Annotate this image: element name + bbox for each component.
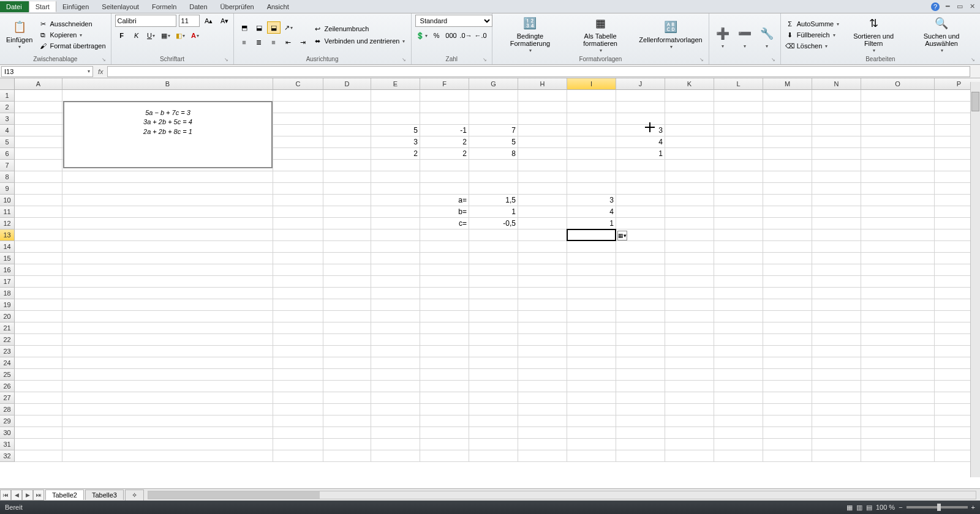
cell-M24[interactable] xyxy=(763,357,812,369)
cell-O16[interactable] xyxy=(861,264,935,276)
cell-F1[interactable] xyxy=(420,90,469,102)
cell-I8[interactable] xyxy=(567,171,616,183)
cell-G30[interactable] xyxy=(469,427,518,439)
cell-F21[interactable] xyxy=(420,322,469,334)
cell-L21[interactable] xyxy=(714,322,763,334)
cell-G2[interactable] xyxy=(469,102,518,113)
cell-I18[interactable] xyxy=(567,288,616,299)
cell-K17[interactable] xyxy=(665,276,714,288)
cell-B24[interactable] xyxy=(62,357,273,369)
cell-L20[interactable] xyxy=(714,311,763,322)
cell-A29[interactable] xyxy=(15,415,62,427)
cell-H3[interactable] xyxy=(518,113,567,125)
column-header-N[interactable]: N xyxy=(812,78,861,90)
cell-L27[interactable] xyxy=(714,392,763,404)
cell-O32[interactable] xyxy=(861,450,935,462)
row-header-7[interactable]: 7 xyxy=(0,160,15,171)
cell-D12[interactable] xyxy=(323,218,371,229)
cell-G29[interactable] xyxy=(469,415,518,427)
row-header-27[interactable]: 27 xyxy=(0,392,15,404)
cell-H12[interactable] xyxy=(518,218,567,229)
cell-L2[interactable] xyxy=(714,102,763,113)
cell-L13[interactable] xyxy=(714,229,763,241)
cell-A14[interactable] xyxy=(15,241,62,253)
cell-O9[interactable] xyxy=(861,183,935,195)
cell-B9[interactable] xyxy=(62,183,273,195)
cell-K19[interactable] xyxy=(665,299,714,311)
cell-B1[interactable] xyxy=(62,90,273,102)
cell-O30[interactable] xyxy=(861,427,935,439)
view-pagebreak-icon[interactable]: ▤ xyxy=(866,504,872,512)
cell-D28[interactable] xyxy=(323,404,371,415)
column-header-E[interactable]: E xyxy=(371,78,420,90)
cell-G26[interactable] xyxy=(469,381,518,392)
cell-K28[interactable] xyxy=(665,404,714,415)
cell-E18[interactable] xyxy=(371,288,420,299)
cell-O28[interactable] xyxy=(861,404,935,415)
cell-J26[interactable] xyxy=(616,381,665,392)
italic-button[interactable]: K xyxy=(130,29,143,42)
cell-G10[interactable]: 1,5 xyxy=(469,195,518,206)
cell-L4[interactable] xyxy=(714,125,763,136)
cell-A22[interactable] xyxy=(15,334,62,346)
cell-G14[interactable] xyxy=(469,241,518,253)
cell-D21[interactable] xyxy=(323,322,371,334)
conditional-formatting-button[interactable]: 🔢Bedingte Formatierung▾ xyxy=(496,15,564,55)
cell-J11[interactable] xyxy=(616,206,665,218)
cell-E31[interactable] xyxy=(371,439,420,450)
cell-L14[interactable] xyxy=(714,241,763,253)
cell-I27[interactable] xyxy=(567,392,616,404)
cell-F28[interactable] xyxy=(420,404,469,415)
cell-F20[interactable] xyxy=(420,311,469,322)
column-header-K[interactable]: K xyxy=(665,78,714,90)
find-select-button[interactable]: 🔍Suchen und Auswählen▾ xyxy=(907,15,976,55)
align-bottom-icon[interactable]: ⬓ xyxy=(267,21,281,34)
row-header-31[interactable]: 31 xyxy=(0,439,15,450)
column-header-D[interactable]: D xyxy=(323,78,371,90)
cell-E16[interactable] xyxy=(371,264,420,276)
tab-data[interactable]: Daten xyxy=(183,1,214,12)
cell-E19[interactable] xyxy=(371,299,420,311)
cell-H15[interactable] xyxy=(518,253,567,264)
fx-icon[interactable]: fx xyxy=(94,68,107,75)
cell-O8[interactable] xyxy=(861,171,935,183)
cell-H30[interactable] xyxy=(518,427,567,439)
cell-L8[interactable] xyxy=(714,171,763,183)
cell-J9[interactable] xyxy=(616,183,665,195)
row-header-6[interactable]: 6 xyxy=(0,148,15,160)
view-normal-icon[interactable]: ▦ xyxy=(846,504,853,512)
cut-button[interactable]: ✂Ausschneiden xyxy=(37,19,107,29)
cell-O10[interactable] xyxy=(861,195,935,206)
cell-O7[interactable] xyxy=(861,160,935,171)
cell-O22[interactable] xyxy=(861,334,935,346)
cell-E12[interactable] xyxy=(371,218,420,229)
cell-H26[interactable] xyxy=(518,381,567,392)
cell-C20[interactable] xyxy=(273,311,323,322)
cell-M6[interactable] xyxy=(763,148,812,160)
cell-I13[interactable] xyxy=(567,229,616,241)
format-cells-button[interactable]: 🔧▾ xyxy=(757,26,777,51)
cell-B14[interactable] xyxy=(62,241,273,253)
row-header-25[interactable]: 25 xyxy=(0,369,15,381)
cell-G23[interactable] xyxy=(469,346,518,357)
format-as-table-button[interactable]: ▦Als Tabelle formatieren▾ xyxy=(567,15,635,55)
cell-K14[interactable] xyxy=(665,241,714,253)
cell-O31[interactable] xyxy=(861,439,935,450)
format-painter-button[interactable]: 🖌Format übertragen xyxy=(37,41,107,51)
bold-button[interactable]: F xyxy=(115,29,129,42)
cell-A28[interactable] xyxy=(15,404,62,415)
cell-B25[interactable] xyxy=(62,369,273,381)
cell-H14[interactable] xyxy=(518,241,567,253)
cell-A11[interactable] xyxy=(15,206,62,218)
cell-F26[interactable] xyxy=(420,381,469,392)
cell-D5[interactable] xyxy=(323,136,371,148)
cell-H1[interactable] xyxy=(518,90,567,102)
cell-C17[interactable] xyxy=(273,276,323,288)
cell-J3[interactable] xyxy=(616,113,665,125)
cell-B18[interactable] xyxy=(62,288,273,299)
cell-L29[interactable] xyxy=(714,415,763,427)
cell-A18[interactable] xyxy=(15,288,62,299)
cell-F10[interactable]: a= xyxy=(420,195,469,206)
cell-N4[interactable] xyxy=(812,125,861,136)
cell-L7[interactable] xyxy=(714,160,763,171)
